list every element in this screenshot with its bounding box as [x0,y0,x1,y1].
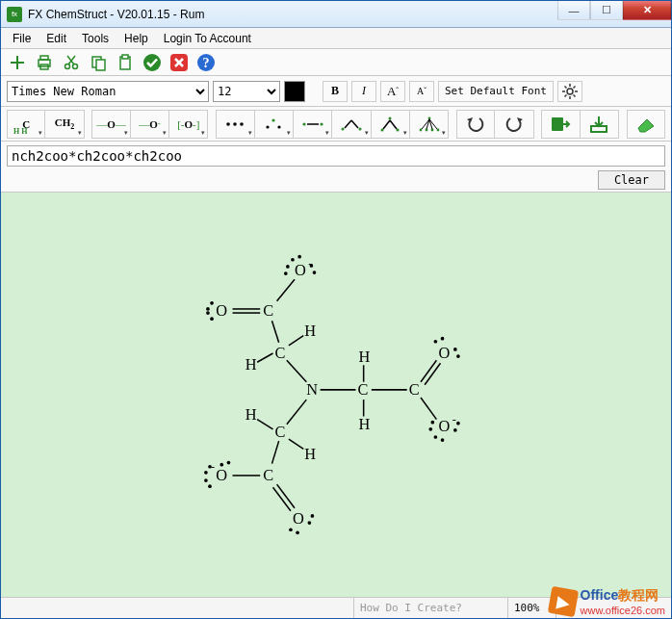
svg-text:H: H [246,355,257,374]
svg-point-126 [308,521,312,525]
paste-button[interactable] [115,52,136,73]
chem-ch-button[interactable]: CH H▾ [7,110,45,139]
svg-line-40 [383,120,390,129]
decrease-font-button[interactable]: Aˇ [409,81,434,102]
toolbar-main: ? [1,49,671,76]
svg-line-84 [289,336,303,346]
set-default-font-button[interactable]: Set Default Font [438,81,554,102]
svg-text:O: O [438,344,450,362]
undo-button[interactable] [456,110,495,139]
svg-point-28 [241,122,245,126]
svg-line-80 [287,360,306,382]
svg-text:H: H [246,405,257,424]
maximize-button[interactable]: ☐ [590,1,623,20]
molecule-svg: N C H H C O O- [1,193,671,597]
font-name-select[interactable]: Times New Roman [7,81,209,102]
font-size-select[interactable]: 12 [213,81,280,102]
help-button[interactable]: ? [195,52,217,73]
chem-dots2-button[interactable]: ▾ [255,110,294,139]
window-title: FX ChemStruct - V20.01.15 - Rum [28,8,557,21]
svg-line-7 [68,56,75,64]
chem-o1-button[interactable]: —O—▾ [91,110,130,139]
svg-line-8 [67,56,74,64]
reject-button[interactable] [168,52,190,73]
status-help[interactable]: How Do I Create? [353,598,507,618]
svg-line-71 [421,398,436,420]
chem-pyramid-button[interactable]: ▾ [410,110,449,139]
menu-login[interactable]: Login To Account [156,30,259,47]
close-button[interactable]: ✕ [623,1,671,20]
svg-point-119 [220,463,223,467]
chem-o3-button[interactable]: [-O-]▾ [169,110,208,139]
menu-tools[interactable]: Tools [74,30,116,47]
svg-line-104 [287,400,306,425]
menu-edit[interactable]: Edit [39,30,74,47]
svg-point-118 [204,478,208,482]
svg-point-44 [427,116,430,119]
formula-input[interactable] [7,145,665,167]
font-color-button[interactable] [284,81,305,102]
menu-file[interactable]: File [5,30,39,47]
chem-o2-button[interactable]: —O-▾ [131,110,169,139]
import-button[interactable] [581,110,619,139]
svg-point-103 [284,271,288,275]
svg-text:O: O [438,417,450,435]
menu-help[interactable]: Help [116,30,156,47]
svg-point-76 [453,428,457,432]
svg-point-68 [441,337,445,341]
erase-button[interactable] [627,110,665,139]
bold-button[interactable]: B [323,81,348,102]
svg-point-78 [430,421,434,425]
export-button[interactable] [541,110,580,139]
svg-point-91 [210,301,214,305]
structure-canvas[interactable]: N C H H C O O- [1,193,671,597]
svg-line-36 [345,120,351,128]
increase-font-button[interactable]: Aˆ [380,81,405,102]
svg-point-125 [296,530,299,534]
svg-line-22 [564,86,566,88]
svg-text:O: O [216,466,227,484]
svg-line-106 [257,420,272,429]
svg-point-34 [320,122,323,125]
svg-point-92 [206,307,210,311]
minimize-button[interactable]: — [557,1,590,20]
svg-text:?: ? [203,56,210,70]
svg-point-17 [567,89,573,94]
svg-line-82 [257,353,272,362]
svg-text:C: C [358,380,369,399]
watermark-icon: ▶ [547,586,578,617]
svg-rect-12 [122,55,128,59]
redo-button[interactable] [495,110,533,139]
settings-button[interactable] [557,81,582,102]
svg-point-94 [206,311,210,315]
chem-tri-button[interactable]: ▾ [372,110,410,139]
print-button[interactable] [34,52,55,73]
svg-point-102 [286,265,290,269]
svg-point-115 [208,465,212,469]
chem-angle-button[interactable]: ▾ [332,110,371,139]
clear-button[interactable]: Clear [598,170,665,190]
copy-button[interactable] [88,52,109,73]
accept-button[interactable] [142,52,163,73]
svg-text:O: O [295,261,306,279]
svg-text:H: H [304,322,316,340]
chem-dots1-button[interactable]: ▾ [216,110,254,139]
svg-point-42 [381,128,384,131]
svg-point-26 [227,122,231,126]
svg-line-24 [564,94,566,96]
cut-button[interactable] [61,52,82,73]
italic-button[interactable]: I [351,81,376,102]
svg-line-86 [271,321,278,343]
chem-line1-button[interactable]: ▾ [294,110,332,139]
svg-text:O: O [216,301,227,320]
svg-point-98 [291,258,295,262]
chem-ch2-button[interactable]: CH2▾ [45,110,84,139]
svg-rect-10 [96,60,105,70]
svg-point-69 [453,348,457,351]
svg-point-48 [436,128,439,131]
new-button[interactable] [7,52,28,73]
svg-point-70 [456,354,460,358]
svg-point-27 [234,122,238,126]
svg-point-29 [267,125,270,128]
app-window: fx FX ChemStruct - V20.01.15 - Rum — ☐ ✕… [0,0,672,619]
